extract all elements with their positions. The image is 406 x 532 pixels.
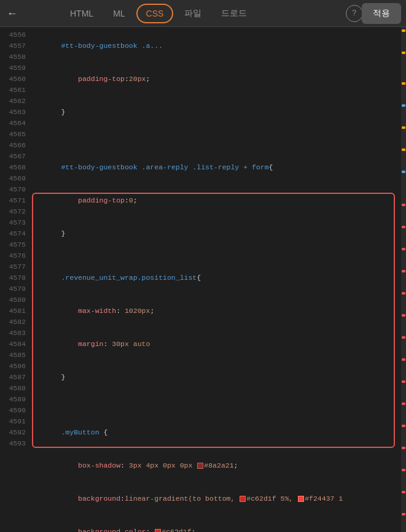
gutter-mark bbox=[402, 148, 405, 151]
code-line-4557: padding-top:20px; bbox=[36, 63, 401, 96]
gutter-mark bbox=[402, 469, 405, 471]
back-icon: ← bbox=[9, 7, 16, 20]
gutter-mark bbox=[402, 52, 405, 54]
code-line-4568: } bbox=[36, 361, 401, 394]
gutter-mark bbox=[402, 292, 405, 295]
line-numbers: 4556 4557 4558 4559 4560 4561 4562 4563 … bbox=[0, 27, 31, 532]
code-line-4564 bbox=[36, 250, 401, 261]
tab-css[interactable]: CSS bbox=[136, 4, 174, 23]
tab-group: HTML ML CSS 파일 드로드 bbox=[61, 4, 256, 23]
code-line-4563: } bbox=[36, 217, 401, 250]
code-lines[interactable]: #tt-body-guestbook .a... padding-top:20p… bbox=[31, 27, 401, 532]
color-swatch-f24437-1 bbox=[298, 496, 304, 502]
color-swatch-c62d1f-1 bbox=[240, 496, 246, 502]
gutter-mark bbox=[402, 204, 405, 206]
code-line-4556: #tt-body-guestbook .a... bbox=[36, 29, 401, 63]
help-button[interactable]: ? bbox=[346, 5, 363, 22]
gutter-mark bbox=[402, 336, 405, 339]
top-bar: ← HTML ML CSS 파일 드로드 ? 적용 bbox=[0, 0, 406, 27]
code-line-4567: margin: 30px auto bbox=[36, 328, 401, 361]
code-line-4558: } bbox=[36, 96, 401, 129]
back-button[interactable]: ← bbox=[0, 0, 25, 27]
code-line-4573: background:linear-gradient(to bottom, #c… bbox=[36, 482, 401, 515]
gutter-mark bbox=[402, 403, 405, 405]
gutter-mark bbox=[402, 447, 405, 449]
gutter-mark bbox=[402, 491, 405, 493]
color-swatch-c62d1f-2 bbox=[155, 529, 161, 532]
code-line-4571: .myButton { bbox=[36, 416, 401, 449]
code-line-4569 bbox=[36, 394, 401, 405]
code-line-4566: max-width: 1020px; bbox=[36, 295, 401, 328]
code-line-4574: background-color: #c62d1f; bbox=[36, 515, 401, 532]
gutter-mark bbox=[402, 425, 405, 427]
code-line-4570 bbox=[36, 405, 401, 416]
color-swatch-8a2a21 bbox=[197, 463, 203, 469]
gutter-mark bbox=[402, 226, 405, 228]
gutter-mark bbox=[402, 248, 405, 250]
gutter-mark bbox=[402, 171, 405, 173]
code-line-4572: box-shadow: 3px 4px 0px 0px #8a2a21; bbox=[36, 449, 401, 482]
gutter-mark bbox=[402, 380, 405, 383]
gutter-mark bbox=[402, 270, 405, 272]
code-line-4562: padding-top:0; bbox=[36, 184, 401, 217]
tab-ml[interactable]: ML bbox=[104, 5, 133, 22]
gutter-mark bbox=[402, 126, 405, 129]
gutter-mark bbox=[402, 314, 405, 317]
gutter-mark bbox=[402, 29, 405, 32]
gutter-mark bbox=[402, 104, 405, 107]
gutter-mark bbox=[402, 82, 405, 85]
code-editor: 4556 4557 4558 4559 4560 4561 4562 4563 … bbox=[0, 27, 406, 532]
gutter-mark bbox=[402, 513, 405, 515]
tab-upload[interactable]: 드로드 bbox=[213, 4, 256, 23]
tab-html[interactable]: HTML bbox=[61, 5, 102, 22]
help-label: ? bbox=[352, 9, 357, 18]
code-line-4559 bbox=[36, 129, 401, 140]
apply-button[interactable]: 적용 bbox=[362, 3, 401, 24]
code-line-4565: .revenue_unit_wrap.position_list{ bbox=[36, 261, 401, 295]
code-line-4560 bbox=[36, 140, 401, 151]
tab-file[interactable]: 파일 bbox=[176, 4, 210, 23]
gutter-mark bbox=[402, 358, 405, 361]
gutter bbox=[401, 27, 406, 532]
code-line-4561: #tt-body-guestbook .area-reply .list-rep… bbox=[36, 151, 401, 184]
